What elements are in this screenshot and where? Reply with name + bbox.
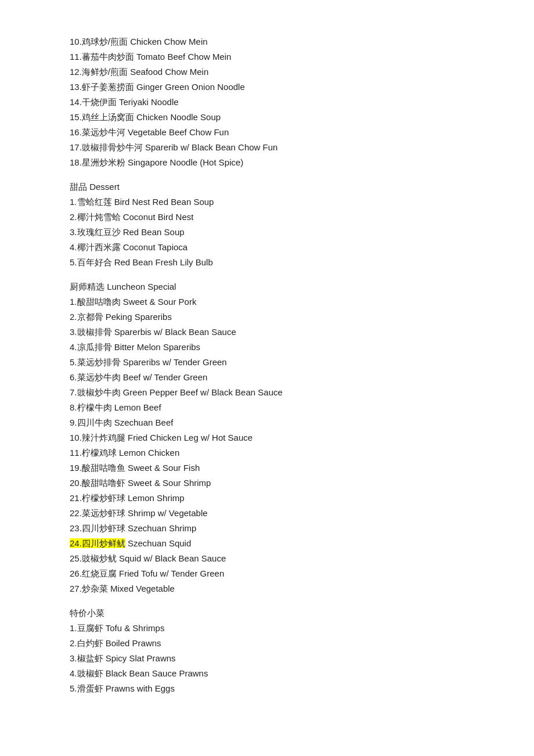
luncheon-item: 2.京都骨 Peking Spareribs — [70, 310, 464, 324]
luncheon-item: 24.四川炒鲜鱿 Szechuan Squid — [70, 537, 464, 550]
luncheon-item: 1.酸甜咕噜肉 Sweet & Sour Pork — [70, 295, 464, 309]
luncheon-header: 厨师精选 Luncheon Special — [70, 280, 464, 294]
dessert-item: 4.椰汁西米露 Coconut Tapioca — [70, 240, 464, 254]
luncheon-item: 3.豉椒排骨 Sparerbis w/ Black Bean Sauce — [70, 325, 464, 339]
noodles-section: 10.鸡球炒/煎面 Chicken Chow Mein11.蕃茄牛肉炒面 Tom… — [70, 35, 464, 170]
special-item: 5.滑蛋虾 Prawns with Eggs — [70, 682, 464, 696]
luncheon-item: 10.辣汁炸鸡腿 Fried Chicken Leg w/ Hot Sauce — [70, 431, 464, 445]
luncheon-item: 21.柠檬炒虾球 Lemon Shrimp — [70, 491, 464, 505]
noodle-item: 13.虾子姜葱捞面 Ginger Green Onion Noodle — [70, 80, 464, 94]
luncheon-item: 9.四川牛肉 Szechuan Beef — [70, 416, 464, 430]
luncheon-item: 8.柠檬牛肉 Lemon Beef — [70, 401, 464, 415]
noodle-item: 16.菜远炒牛河 Vegetable Beef Chow Fun — [70, 125, 464, 139]
luncheon-item: 23.四川炒虾球 Szechuan Shrimp — [70, 521, 464, 535]
special-item: 4.豉椒虾 Black Bean Sauce Prawns — [70, 667, 464, 681]
luncheon-item: 11.柠檬鸡球 Lemon Chicken — [70, 446, 464, 460]
luncheon-item: 4.凉瓜排骨 Bitter Melon Spareribs — [70, 340, 464, 354]
special-item: 3.椒盐虾 Spicy Slat Prawns — [70, 651, 464, 665]
special-item: 1.豆腐虾 Tofu & Shrimps — [70, 621, 464, 635]
noodle-item: 15.鸡丝上汤窝面 Chicken Noodle Soup — [70, 110, 464, 124]
luncheon-section: 厨师精选 Luncheon Special1.酸甜咕噜肉 Sweet & Sou… — [70, 280, 464, 596]
dessert-item: 3.玫瑰红豆沙 Red Bean Soup — [70, 225, 464, 239]
dessert-section: 甜品 Dessert1.雪蛤红莲 Bird Nest Red Bean Soup… — [70, 180, 464, 269]
dessert-item: 5.百年好合 Red Bean Fresh Lily Bulb — [70, 255, 464, 269]
noodle-item: 12.海鲜炒/煎面 Seafood Chow Mein — [70, 65, 464, 79]
luncheon-item: 20.酸甜咕噜虾 Sweet & Sour Shrimp — [70, 476, 464, 490]
luncheon-item: 26.红烧豆腐 Fried Tofu w/ Tender Green — [70, 567, 464, 581]
luncheon-item: 7.豉椒炒牛肉 Green Pepper Beef w/ Black Bean … — [70, 386, 464, 399]
noodle-item: 14.干烧伊面 Teriyaki Noodle — [70, 95, 464, 109]
dessert-item: 1.雪蛤红莲 Bird Nest Red Bean Soup — [70, 195, 464, 209]
menu-container: 10.鸡球炒/煎面 Chicken Chow Mein11.蕃茄牛肉炒面 Tom… — [70, 35, 464, 696]
special-item: 2.白灼虾 Boiled Prawns — [70, 636, 464, 650]
luncheon-item: 6.菜远炒牛肉 Beef w/ Tender Green — [70, 370, 464, 384]
luncheon-item: 27.炒杂菜 Mixed Vegetable — [70, 582, 464, 596]
specials-section: 特价小菜1.豆腐虾 Tofu & Shrimps2.白灼虾 Boiled Pra… — [70, 606, 464, 696]
luncheon-item: 22.菜远炒虾球 Shrimp w/ Vegetable — [70, 506, 464, 520]
noodle-item: 10.鸡球炒/煎面 Chicken Chow Mein — [70, 35, 464, 49]
noodle-item: 11.蕃茄牛肉炒面 Tomato Beef Chow Mein — [70, 50, 464, 64]
dessert-item: 2.椰汁炖雪蛤 Coconut Bird Nest — [70, 210, 464, 224]
luncheon-item: 19.酸甜咕噜鱼 Sweet & Sour Fish — [70, 461, 464, 475]
luncheon-item: 25.豉椒炒鱿 Squid w/ Black Bean Sauce — [70, 552, 464, 566]
noodle-item: 18.星洲炒米粉 Singapore Noodle (Hot Spice) — [70, 156, 464, 170]
highlighted-text: 24.四川炒鲜鱿 — [70, 538, 125, 548]
luncheon-item: 5.菜远炒排骨 Spareribs w/ Tender Green — [70, 355, 464, 369]
noodle-item: 17.豉椒排骨炒牛河 Sparerib w/ Black Bean Chow F… — [70, 141, 464, 154]
dessert-header: 甜品 Dessert — [70, 180, 464, 194]
specials-header: 特价小菜 — [70, 606, 464, 620]
